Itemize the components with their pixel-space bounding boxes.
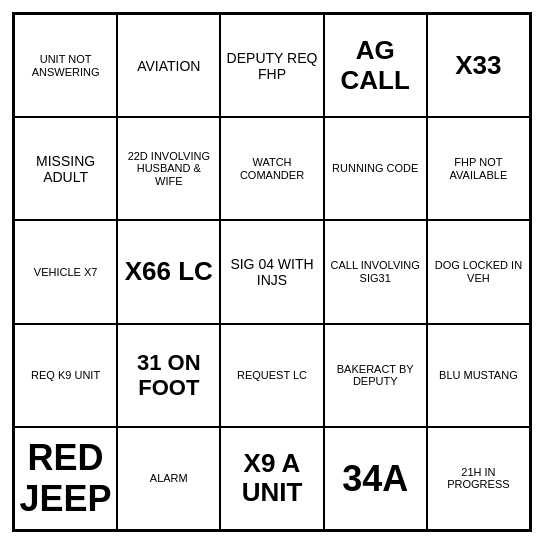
cell-r0c0: UNIT NOT ANSWERING [14, 14, 117, 117]
cell-r2c4: DOG LOCKED IN VEH [427, 220, 530, 323]
cell-text-r0c0: UNIT NOT ANSWERING [19, 53, 112, 78]
cell-text-r4c2: X9 A UNIT [225, 449, 318, 509]
cell-r4c3: 34A [324, 427, 427, 530]
cell-text-r2c3: CALL INVOLVING SIG31 [329, 259, 422, 284]
cell-r1c0: MISSING ADULT [14, 117, 117, 220]
cell-r1c1: 22D INVOLVING HUSBAND & WIFE [117, 117, 220, 220]
cell-text-r3c1: 31 ON FOOT [122, 350, 215, 401]
cell-text-r3c0: REQ K9 UNIT [31, 369, 100, 382]
cell-r4c0: RED JEEP [14, 427, 117, 530]
cell-text-r3c3: BAKERACT BY DEPUTY [329, 363, 422, 388]
cell-text-r1c0: MISSING ADULT [19, 153, 112, 185]
cell-text-r1c1: 22D INVOLVING HUSBAND & WIFE [122, 150, 215, 188]
cell-text-r0c2: DEPUTY REQ FHP [225, 50, 318, 82]
cell-r2c0: VEHICLE X7 [14, 220, 117, 323]
cell-r2c1: X66 LC [117, 220, 220, 323]
cell-text-r4c4: 21H IN PROGRESS [432, 466, 525, 491]
cell-text-r3c2: REQUEST LC [237, 369, 307, 382]
cell-r3c2: REQUEST LC [220, 324, 323, 427]
cell-r4c4: 21H IN PROGRESS [427, 427, 530, 530]
cell-text-r1c2: WATCH COMANDER [225, 156, 318, 181]
cell-text-r2c0: VEHICLE X7 [34, 266, 98, 279]
cell-text-r0c4: X33 [455, 51, 501, 81]
cell-r3c3: BAKERACT BY DEPUTY [324, 324, 427, 427]
cell-r3c0: REQ K9 UNIT [14, 324, 117, 427]
cell-r1c4: FHP NOT AVAILABLE [427, 117, 530, 220]
cell-text-r1c4: FHP NOT AVAILABLE [432, 156, 525, 181]
cell-r1c2: WATCH COMANDER [220, 117, 323, 220]
cell-text-r2c2: SIG 04 WITH INJS [225, 256, 318, 288]
cell-text-r2c1: X66 LC [125, 257, 213, 287]
cell-text-r1c3: RUNNING CODE [332, 162, 418, 175]
cell-r3c1: 31 ON FOOT [117, 324, 220, 427]
cell-r2c2: SIG 04 WITH INJS [220, 220, 323, 323]
cell-text-r4c1: ALARM [150, 472, 188, 485]
cell-r0c2: DEPUTY REQ FHP [220, 14, 323, 117]
cell-text-r2c4: DOG LOCKED IN VEH [432, 259, 525, 284]
cell-r0c4: X33 [427, 14, 530, 117]
cell-r0c3: AG CALL [324, 14, 427, 117]
cell-r0c1: AVIATION [117, 14, 220, 117]
cell-r3c4: BLU MUSTANG [427, 324, 530, 427]
cell-r2c3: CALL INVOLVING SIG31 [324, 220, 427, 323]
cell-r1c3: RUNNING CODE [324, 117, 427, 220]
cell-r4c1: ALARM [117, 427, 220, 530]
cell-text-r4c0: RED JEEP [19, 437, 112, 520]
cell-text-r0c1: AVIATION [137, 58, 200, 74]
bingo-board: UNIT NOT ANSWERINGAVIATIONDEPUTY REQ FHP… [12, 12, 532, 532]
cell-text-r4c3: 34A [342, 458, 408, 499]
cell-r4c2: X9 A UNIT [220, 427, 323, 530]
cell-text-r3c4: BLU MUSTANG [439, 369, 518, 382]
cell-text-r0c3: AG CALL [329, 36, 422, 96]
